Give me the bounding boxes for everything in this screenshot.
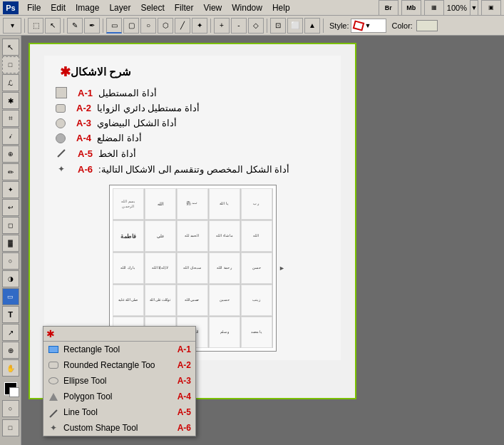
grid-cell-12: سبحان الله [177, 252, 208, 284]
shape-id-a3: A-3 [71, 118, 91, 128]
polygon-btn[interactable]: ⬡ [158, 18, 173, 34]
shape-label-a2: أداة مستطيل دائري الزوايا [97, 103, 200, 113]
crop-tool[interactable]: ⌗ [2, 110, 19, 127]
eraser-tool[interactable]: ◻ [2, 217, 19, 234]
menu-bar: Ps File Edit Image Layer Select Filter V… [0, 0, 504, 16]
shape-row-a6: أداة الشكل المخصص وتنقسم الى الاشكال الت… [56, 163, 329, 175]
del-anchor-btn[interactable]: - [231, 18, 247, 34]
path-select-btn[interactable]: ⬚ [28, 18, 43, 34]
menu-file[interactable]: File [23, 1, 45, 14]
shapes-btn[interactable]: ⬜ [287, 18, 303, 34]
menu-help[interactable]: Help [268, 1, 294, 14]
shape-icon-a3 [56, 118, 66, 128]
freeform-pen-btn[interactable]: ✒ [84, 18, 100, 34]
rect-shape-btn[interactable]: ▭ [106, 18, 122, 34]
gradient-tool[interactable]: ▓ [2, 235, 19, 252]
menu-select[interactable]: Select [136, 1, 168, 14]
history-tool[interactable]: ↩ [2, 199, 19, 216]
pen-tool-btn[interactable]: ✎ [67, 18, 83, 34]
workspace-btn[interactable]: ▦ [424, 0, 444, 16]
add-anchor-btn[interactable]: + [214, 18, 230, 34]
grid-cell-5: فاطمة [113, 220, 144, 252]
grid-scroll-arrow[interactable]: ► [279, 265, 285, 272]
ellipse-btn[interactable]: ○ [140, 18, 156, 34]
tool-menu-id-a5: A-5 [178, 407, 191, 417]
blur-tool[interactable]: ○ [2, 252, 19, 270]
shape-id-a4: A-4 [71, 133, 91, 143]
move-tool[interactable]: ↖ [2, 39, 19, 56]
left-toolbar: ↖ □ ℒ ✱ ⌗ 𝒾 ⊕ ✏ ✦ ↩ ◻ ▓ ○ ◑ ▭ T ↗ ⊕ ✋ ○ … [0, 36, 21, 445]
grid-cell-8: ماشاء الله [209, 220, 240, 252]
tool-menu-item-a5[interactable]: Line Tool A-5 [43, 404, 195, 420]
shape-label-a5: أداة الخط [98, 148, 136, 159]
shape-id-a5: A-5 [73, 148, 93, 159]
shape-label-a3: أداة الشكل البيضاوي [97, 118, 177, 128]
shape-label-a6: أداة الشكل المخصص وتنقسم الى الاشكال الت… [98, 164, 289, 175]
shape-icon-a2 [56, 104, 66, 113]
clone-tool[interactable]: ✦ [2, 181, 19, 198]
tool-menu-item-a3[interactable]: Ellipse Tool A-3 [43, 373, 195, 389]
content-panel: شرح الاشكال ✱ أداة المستطيل A-1 أداة مست… [44, 56, 341, 360]
shape-grid: بسم الله الرحمن الله محمد ﷺ يا الله رب ف… [113, 188, 273, 348]
minibrige-btn[interactable]: Mb [401, 0, 421, 16]
lasso-tool[interactable]: ℒ [2, 74, 19, 91]
screen-mode[interactable]: □ [2, 419, 19, 436]
tool-menu-label-a6: Custom Shape Tool [63, 423, 173, 433]
type-tool[interactable]: T [2, 306, 19, 323]
quick-mask[interactable]: ○ [2, 400, 19, 417]
menu-image[interactable]: Image [71, 1, 103, 14]
menu-window[interactable]: Window [227, 1, 267, 14]
tool-menu-label-a5: Line Tool [63, 407, 173, 417]
toolbar: ▾ ⬚ ↖ ✎ ✒ ▭ ▢ ○ ⬡ ╱ ✦ + - ◇ ⊡ ⬜ ▲ Style:… [0, 16, 504, 36]
fg-color[interactable] [4, 382, 17, 395]
shape-row-a2: أداة مستطيل دائري الزوايا A-2 [56, 103, 329, 113]
custom-shape-icon: ✦ [48, 422, 59, 434]
rounded-rect-btn[interactable]: ▢ [123, 18, 139, 34]
style-dropdown-arrow[interactable]: ▼ [365, 22, 371, 29]
eyedropper-tool[interactable]: 𝒾 [2, 128, 19, 145]
line-btn[interactable]: ╱ [175, 18, 190, 34]
grid-cell-17: حسبي الله [177, 285, 208, 316]
tool-preset-btn[interactable]: ▾ [3, 18, 21, 34]
bridge-btn[interactable]: Br [379, 0, 398, 16]
separator-3 [103, 19, 103, 33]
color-swatch[interactable] [416, 20, 438, 31]
custom-shape-btn[interactable]: ✦ [192, 18, 207, 34]
menu-view[interactable]: View [199, 1, 226, 14]
paths-btn[interactable]: ⊡ [270, 18, 286, 34]
grid-cell-2: محمد ﷺ [177, 188, 208, 220]
polygon-icon [48, 391, 59, 402]
direct-select-btn[interactable]: ↖ [45, 18, 61, 34]
path-select-tool[interactable]: ↗ [2, 324, 19, 341]
dodge-tool[interactable]: ◑ [2, 270, 19, 287]
separator-2 [63, 19, 64, 33]
shape-icon-a4 [56, 133, 66, 143]
hand-tool[interactable]: ✋ [2, 359, 19, 377]
shape-row-a1: أداة المستطيل A-1 [56, 87, 329, 98]
zoom-tool[interactable]: ⊕ [2, 342, 19, 359]
menu-filter[interactable]: Filter [170, 1, 198, 14]
zoom-dropdown[interactable]: ▼ [470, 0, 478, 16]
tool-menu-item-a1[interactable]: Rectangle Tool A-1 [43, 342, 195, 357]
grid-cell-10: بارك الله [113, 252, 144, 284]
healing-tool[interactable]: ⊕ [2, 145, 19, 163]
menu-edit[interactable]: Edit [46, 1, 70, 14]
grid-cell-19: زينب [241, 285, 272, 316]
magic-wand-tool[interactable]: ✱ [2, 92, 19, 109]
grid-cell-18: حسين [209, 285, 240, 316]
shape-tool[interactable]: ▭ [2, 288, 19, 305]
grid-cell-4: رب [241, 188, 272, 220]
tool-menu-item-a2[interactable]: Rounded Rectangle Too A-2 [43, 357, 195, 373]
fill-btn[interactable]: ▲ [304, 18, 320, 34]
shape-id-a1: A-1 [73, 88, 93, 98]
brush-tool[interactable]: ✏ [2, 163, 19, 180]
tool-menu-item-a6[interactable]: ✦ Custom Shape Tool A-6 [43, 420, 195, 436]
style-selector[interactable]: ▼ [351, 19, 386, 33]
convert-pt-btn[interactable]: ◇ [248, 18, 264, 34]
menu-layer[interactable]: Layer [105, 1, 135, 14]
layout-btn[interactable]: ▣ [481, 0, 501, 16]
shape-row-a5: أداة الخط A-5 [56, 148, 329, 159]
marquee-tool[interactable]: □ [2, 56, 19, 73]
tool-menu-label-a4: Polygon Tool [63, 392, 173, 401]
tool-menu-item-a4[interactable]: Polygon Tool A-4 [43, 389, 195, 404]
